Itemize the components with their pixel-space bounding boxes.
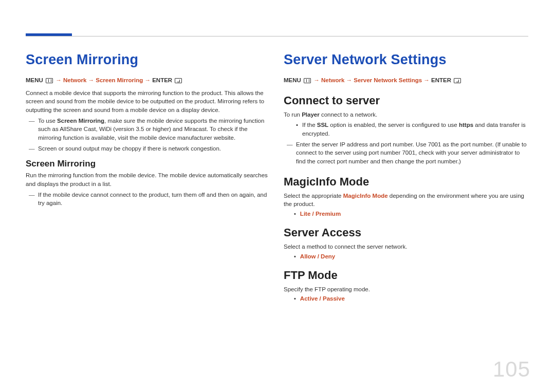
screen-mirroring-title: Screen Mirroring (26, 52, 270, 68)
magicinfo-bold: MagicInfo Mode (343, 193, 388, 199)
note-retry: If the mobile device cannot connect to t… (29, 191, 270, 208)
screen-mirroring-intro: Connect a mobile device that supports th… (26, 89, 270, 115)
ssl-pre: If the (302, 122, 317, 128)
https-bold: https (459, 122, 473, 128)
note1-pre: To use (38, 118, 57, 124)
note2-text: Screen or sound output may be choppy if … (38, 144, 270, 153)
enter-label: ENTER (152, 77, 172, 83)
menu-icon (46, 78, 53, 83)
note-marker-icon (29, 191, 38, 208)
menu-path-text: → Network → Screen Mirroring → (55, 77, 152, 83)
server-access-heading: Server Access (284, 226, 528, 239)
ftp-options: Active / Passive (294, 295, 528, 302)
note1-bold: Screen Mirroring (57, 118, 104, 124)
magicinfo-mode-heading: MagicInfo Mode (284, 175, 528, 189)
note-marker-icon (287, 140, 296, 166)
page-number: 105 (493, 357, 530, 382)
connect-bold: Player (302, 111, 320, 118)
ssl-bullet: If the SSL option is enabled, the server… (296, 121, 528, 138)
screen-mirroring-subheading: Screen Mirroring (26, 159, 270, 169)
menu-icon (304, 78, 311, 83)
connect-intro: To run Player connect to a network. (284, 110, 528, 119)
note-marker-icon (29, 117, 38, 142)
server-network-settings-title: Server Network Settings (284, 52, 528, 68)
ftp-mode-heading: FTP Mode (284, 269, 528, 282)
note-server-ip: Enter the server IP address and port num… (287, 140, 528, 166)
menu-label: MENU (284, 77, 301, 83)
enter-label: ENTER (431, 77, 451, 83)
menu-path-server-network: MENU → Network → Server Network Settings… (284, 76, 528, 85)
connect-to-server-heading: Connect to server (284, 94, 528, 107)
connect-pre: To run (284, 111, 302, 118)
note-marker-icon (29, 144, 38, 153)
connect-post: connect to a network. (320, 111, 378, 118)
content-columns: Screen Mirroring MENU → Network → Screen… (26, 49, 528, 304)
header-rule (26, 36, 528, 36)
left-column: Screen Mirroring MENU → Network → Screen… (26, 49, 270, 304)
enter-icon (454, 78, 461, 83)
connect-bullets: If the SSL option is enabled, the server… (296, 121, 528, 138)
server-access-intro: Select a method to connect the server ne… (284, 242, 528, 251)
ssl-bold: SSL (317, 122, 328, 128)
magicinfo-intro: Select the appropriate MagicInfo Mode de… (284, 192, 528, 209)
ssl-mid: option is enabled, the server is configu… (328, 122, 459, 128)
menu-path-screen-mirroring: MENU → Network → Screen Mirroring → ENTE… (26, 76, 270, 85)
right-column: Server Network Settings MENU → Network →… (284, 49, 528, 304)
ftp-intro: Specify the FTP operating mode. (284, 285, 528, 294)
magicinfo-pre: Select the appropriate (284, 193, 343, 199)
menu-path-text: → Network → Server Network Settings → (313, 77, 431, 83)
note3-text: If the mobile device cannot connect to t… (38, 191, 270, 208)
screen-mirroring-sub-intro: Run the mirroring function from the mobi… (26, 171, 270, 188)
server-access-options: Allow / Deny (294, 253, 528, 259)
menu-label: MENU (26, 77, 43, 83)
magicinfo-options: Lite / Premium (294, 211, 528, 217)
note-choppy: Screen or sound output may be choppy if … (29, 144, 270, 153)
note-server-ip-text: Enter the server IP address and port num… (296, 140, 528, 166)
note-use-mirroring: To use Screen Mirroring, make sure the m… (29, 117, 270, 142)
enter-icon (175, 78, 182, 83)
